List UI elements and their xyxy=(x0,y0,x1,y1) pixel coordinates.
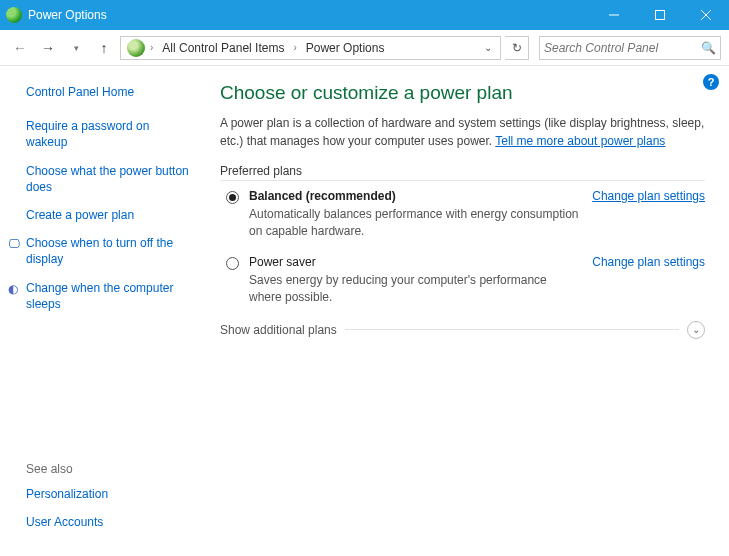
sidebar-link-create-plan[interactable]: Create a power plan xyxy=(26,207,194,223)
sidebar-link-sleep[interactable]: Change when the computer sleeps xyxy=(26,280,194,312)
breadcrumb-seg-all-items[interactable]: All Control Panel Items xyxy=(156,39,290,57)
radio-balanced[interactable] xyxy=(226,191,239,204)
chevron-right-icon: › xyxy=(292,42,297,53)
see-also-user-accounts[interactable]: User Accounts xyxy=(26,514,194,530)
monitor-icon: 🖵 xyxy=(8,237,22,251)
breadcrumb-seg-power-options[interactable]: Power Options xyxy=(300,39,391,57)
control-panel-home-link[interactable]: Control Panel Home xyxy=(26,84,194,100)
search-box[interactable]: 🔍 xyxy=(539,36,721,60)
plan-power-saver: Power saver Saves energy by reducing you… xyxy=(226,255,705,307)
chevron-right-icon: › xyxy=(149,42,154,53)
forward-button[interactable]: → xyxy=(36,36,60,60)
maximize-button[interactable] xyxy=(637,0,683,30)
expander-label: Show additional plans xyxy=(220,323,337,337)
plan-desc: Automatically balances performance with … xyxy=(249,206,580,241)
window-title: Power Options xyxy=(28,8,591,22)
nav-toolbar: ← → ▾ ↑ › All Control Panel Items › Powe… xyxy=(0,30,729,66)
radio-power-saver[interactable] xyxy=(226,257,239,270)
recent-dd[interactable]: ▾ xyxy=(64,36,88,60)
main-content: Choose or customize a power plan A power… xyxy=(208,66,729,556)
breadcrumb-bar[interactable]: › All Control Panel Items › Power Option… xyxy=(120,36,501,60)
see-also-personalization[interactable]: Personalization xyxy=(26,486,194,502)
help-button[interactable]: ? xyxy=(703,74,719,90)
preferred-plans-label: Preferred plans xyxy=(220,164,705,181)
intro-text: A power plan is a collection of hardware… xyxy=(220,114,705,150)
breadcrumb-dropdown-icon[interactable]: ⌄ xyxy=(480,42,496,53)
learn-more-link[interactable]: Tell me more about power plans xyxy=(495,134,665,148)
change-plan-settings-balanced[interactable]: Change plan settings xyxy=(592,189,705,203)
close-button[interactable] xyxy=(683,0,729,30)
change-plan-settings-power-saver[interactable]: Change plan settings xyxy=(592,255,705,269)
show-additional-plans[interactable]: Show additional plans ⌄ xyxy=(220,321,705,339)
plan-title: Power saver xyxy=(249,255,580,269)
moon-icon: ◐ xyxy=(8,282,22,296)
title-bar: Power Options xyxy=(0,0,729,30)
page-title: Choose or customize a power plan xyxy=(220,82,705,104)
app-icon xyxy=(6,7,22,23)
minimize-button[interactable] xyxy=(591,0,637,30)
svg-rect-1 xyxy=(656,11,665,20)
plan-desc: Saves energy by reducing your computer's… xyxy=(249,272,580,307)
control-panel-icon xyxy=(127,39,145,57)
sidebar: Control Panel Home Require a password on… xyxy=(0,66,208,556)
back-button[interactable]: ← xyxy=(8,36,32,60)
see-also-section: See also Personalization User Accounts xyxy=(26,462,194,546)
up-button[interactable]: ↑ xyxy=(92,36,116,60)
sidebar-link-power-button[interactable]: Choose what the power button does xyxy=(26,163,194,195)
plan-title: Balanced (recommended) xyxy=(249,189,580,203)
sidebar-link-display-off[interactable]: Choose when to turn off the display xyxy=(26,235,194,267)
search-input[interactable] xyxy=(544,41,701,55)
divider xyxy=(345,329,679,330)
search-icon[interactable]: 🔍 xyxy=(701,41,716,55)
radio-dot xyxy=(229,194,236,201)
sidebar-link-require-password[interactable]: Require a password on wakeup xyxy=(26,118,194,150)
refresh-button[interactable]: ↻ xyxy=(505,36,529,60)
see-also-heading: See also xyxy=(26,462,194,476)
chevron-down-icon: ⌄ xyxy=(687,321,705,339)
plan-balanced: Balanced (recommended) Automatically bal… xyxy=(226,189,705,241)
